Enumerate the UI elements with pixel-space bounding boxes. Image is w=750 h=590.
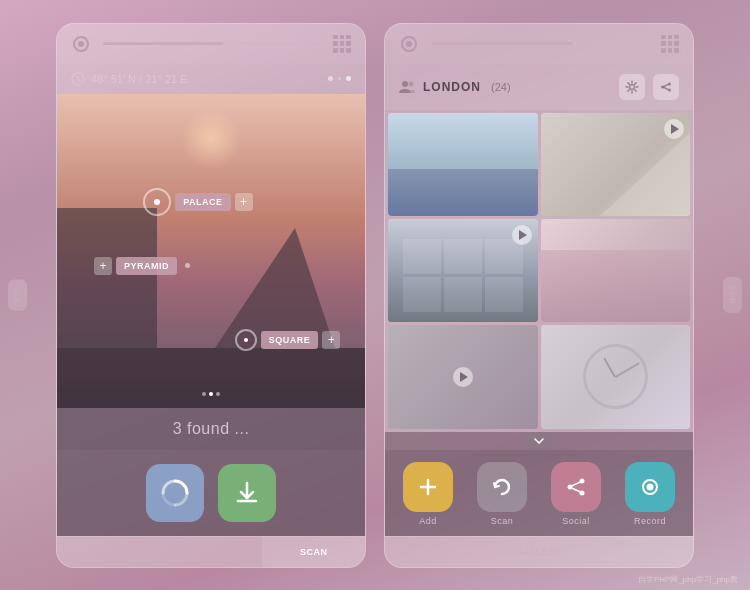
photo-grid — [385, 110, 693, 432]
scan-circle — [477, 462, 527, 512]
svg-point-10 — [409, 81, 414, 86]
scene-dots — [202, 392, 220, 396]
left-bottom-nav: GALLERY HISTORY SCAN — [57, 536, 365, 567]
deco-dot-2 — [338, 77, 341, 80]
right-slider-fill — [431, 42, 573, 45]
svg-point-1 — [78, 41, 84, 47]
pyramid-label: PYRAMID — [116, 257, 177, 275]
left-phone-card: 48° 51' N / 21° 21 E — [56, 23, 366, 568]
svg-point-12 — [668, 82, 671, 85]
social-button[interactable]: Social — [551, 462, 601, 526]
svg-line-21 — [572, 488, 580, 491]
right-nav-gallery[interactable]: GALLERY — [385, 537, 693, 567]
download-button[interactable] — [218, 464, 276, 522]
left-top-bar — [57, 24, 365, 64]
photo-cell-4[interactable] — [541, 219, 691, 322]
settings-button[interactable] — [619, 74, 645, 100]
action-buttons-row — [57, 450, 365, 536]
square-tag[interactable]: SQUARE + — [235, 329, 341, 351]
tag-buttons-container: PALACE + + PYRAMID SQUARE + — [57, 94, 365, 408]
fab-buttons-row: Add Scan — [395, 462, 683, 526]
photo-cell-2[interactable] — [541, 113, 691, 216]
photo-cell-5[interactable] — [388, 325, 538, 428]
play-button-2[interactable] — [664, 119, 684, 139]
share-button[interactable] — [653, 74, 679, 100]
building-windows — [403, 239, 523, 311]
record-circle — [625, 462, 675, 512]
photo-cell-3[interactable] — [388, 219, 538, 322]
play-button-5[interactable] — [453, 367, 473, 387]
pink-shape — [541, 250, 691, 322]
svg-point-17 — [580, 478, 585, 483]
play-triangle-5 — [460, 372, 468, 382]
found-section: 3 found ... — [57, 408, 365, 450]
palace-plus[interactable]: + — [235, 193, 253, 211]
square-label: SQUARE — [261, 331, 319, 349]
photo-cell-6[interactable] — [541, 325, 691, 428]
map-scene-area: PALACE + + PYRAMID SQUARE + — [57, 94, 365, 408]
right-top-bar — [385, 24, 693, 64]
svg-point-9 — [402, 81, 408, 87]
dot-3 — [216, 392, 220, 396]
record-label: Record — [634, 516, 666, 526]
grid-icon[interactable] — [333, 35, 351, 53]
clock-hand-min — [615, 362, 640, 377]
palace-tag[interactable]: PALACE + — [143, 188, 252, 216]
svg-point-8 — [406, 41, 412, 47]
expand-button[interactable] — [525, 432, 553, 450]
nav-scan[interactable]: SCAN — [262, 537, 365, 567]
right-phone-card: LONDON (24) — [384, 23, 694, 568]
square-circle — [235, 329, 257, 351]
svg-point-13 — [668, 88, 671, 91]
svg-point-23 — [647, 483, 654, 490]
right-bottom-nav: GALLERY — [385, 536, 693, 567]
people-icon — [399, 80, 415, 94]
play-button-3[interactable] — [512, 225, 532, 245]
social-label: Social — [562, 516, 590, 526]
scan-button[interactable]: Scan — [477, 462, 527, 526]
share-icon — [659, 80, 673, 94]
scan-label: Scan — [491, 516, 514, 526]
watermark: 自学PHP网_php学习_php教 — [638, 574, 738, 585]
london-header: LONDON (24) — [385, 64, 693, 110]
side-edge-right: SCR — [723, 277, 742, 313]
city-count: (24) — [491, 81, 511, 93]
side-edge-left: EW — [8, 280, 27, 311]
city-name: LONDON — [423, 80, 481, 94]
download-icon — [233, 479, 261, 507]
header-actions — [619, 74, 679, 100]
slider-track[interactable] — [103, 42, 321, 45]
gear-icon — [625, 80, 639, 94]
record-icon-right — [399, 34, 419, 54]
dot-1 — [202, 392, 206, 396]
palace-label: PALACE — [175, 193, 230, 211]
coordinates-text: 48° 51' N / 21° 21 E — [91, 73, 188, 85]
square-plus[interactable]: + — [322, 331, 340, 349]
photo-cell-1[interactable] — [388, 113, 538, 216]
svg-point-14 — [661, 85, 664, 88]
main-container: EW 48° 51' N / 21° 21 E — [0, 0, 750, 590]
clock-icon — [71, 72, 85, 86]
add-button[interactable]: Add — [403, 462, 453, 526]
deco-dot-3 — [346, 76, 351, 81]
location-bar: 48° 51' N / 21° 21 E — [57, 64, 365, 94]
play-triangle-3 — [519, 230, 527, 240]
add-label: Add — [419, 516, 437, 526]
sea-sky — [388, 113, 538, 170]
fab-actions-section: Add Scan — [385, 450, 693, 536]
refresh-icon — [491, 476, 513, 498]
chevron-down-icon — [534, 438, 544, 444]
spinner-button[interactable] — [146, 464, 204, 522]
right-grid-icon[interactable] — [661, 35, 679, 53]
pyramid-tag[interactable]: + PYRAMID — [94, 257, 190, 275]
pyramid-dot — [185, 263, 190, 268]
expand-section — [385, 432, 693, 450]
right-slider-track[interactable] — [431, 42, 649, 45]
pyramid-plus[interactable]: + — [94, 257, 112, 275]
nav-gallery[interactable]: GALLERY — [57, 537, 160, 567]
clock-hand-hour — [603, 357, 616, 377]
nav-history[interactable]: HISTORY — [160, 537, 263, 567]
record-fab-button[interactable]: Record — [625, 462, 675, 526]
square-dot — [244, 338, 248, 342]
spinner-icon — [159, 477, 191, 509]
